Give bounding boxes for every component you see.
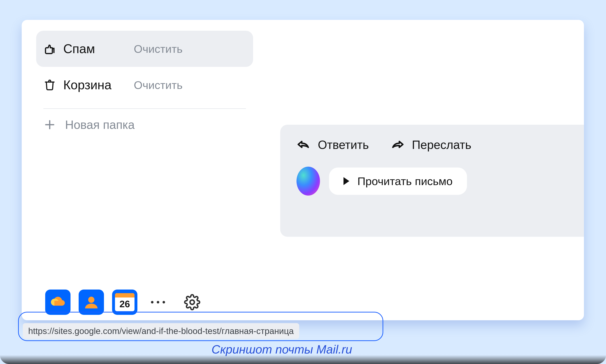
thumbs-down-icon bbox=[43, 42, 56, 55]
folder-sidebar: Спам Очистить Корзина Очистить Новая пап bbox=[36, 31, 253, 131]
new-folder-button[interactable]: Новая папка bbox=[36, 109, 253, 131]
reply-icon bbox=[296, 137, 311, 152]
settings-button[interactable] bbox=[184, 294, 200, 310]
sidebar-item-trash[interactable]: Корзина Очистить bbox=[36, 67, 253, 103]
mail-app-card: Спам Очистить Корзина Очистить Новая пап bbox=[22, 20, 584, 320]
dot-icon bbox=[162, 301, 165, 303]
sidebar-item-spam[interactable]: Спам Очистить bbox=[36, 31, 253, 67]
calendar-day: 26 bbox=[115, 299, 134, 309]
read-aloud-label: Прочитать письмо bbox=[357, 175, 452, 188]
bottom-shadow bbox=[0, 355, 606, 364]
clear-trash-action[interactable]: Очистить bbox=[134, 79, 183, 91]
svg-point-4 bbox=[190, 300, 194, 304]
forward-icon bbox=[391, 137, 405, 152]
new-folder-label: Новая папка bbox=[65, 118, 135, 131]
dot-icon bbox=[151, 301, 154, 303]
calendar-app-icon[interactable]: 26 bbox=[112, 289, 137, 315]
trash-icon bbox=[43, 79, 56, 91]
plus-icon bbox=[43, 118, 56, 131]
cloud-app-icon[interactable] bbox=[45, 289, 70, 315]
folder-label: Спам bbox=[63, 41, 127, 56]
status-bar-url: https://sites.google.com/view/and-if-the… bbox=[23, 323, 299, 339]
svg-point-3 bbox=[88, 297, 94, 303]
folder-label: Корзина bbox=[63, 78, 127, 92]
url-annotation-box: https://sites.google.com/view/and-if-the… bbox=[18, 312, 383, 341]
read-aloud-button[interactable]: Прочитать письмо bbox=[329, 168, 467, 195]
image-caption: Скриншот почты Mail.ru bbox=[211, 342, 352, 356]
play-icon bbox=[343, 177, 349, 185]
assistant-orb-icon[interactable] bbox=[296, 167, 320, 195]
voice-row: Прочитать письмо bbox=[296, 167, 568, 195]
message-actions-panel: Ответить Переслать Прочитать письмо bbox=[280, 125, 584, 237]
forward-label: Переслать bbox=[412, 138, 471, 152]
forward-button[interactable]: Переслать bbox=[391, 137, 471, 152]
clear-spam-action[interactable]: Очистить bbox=[134, 42, 183, 55]
reply-button[interactable]: Ответить bbox=[296, 137, 369, 152]
contacts-app-icon[interactable] bbox=[79, 289, 104, 315]
actions-row: Ответить Переслать bbox=[296, 137, 568, 152]
reply-label: Ответить bbox=[318, 138, 369, 152]
more-apps-button[interactable] bbox=[151, 301, 165, 303]
dot-icon bbox=[157, 301, 159, 303]
